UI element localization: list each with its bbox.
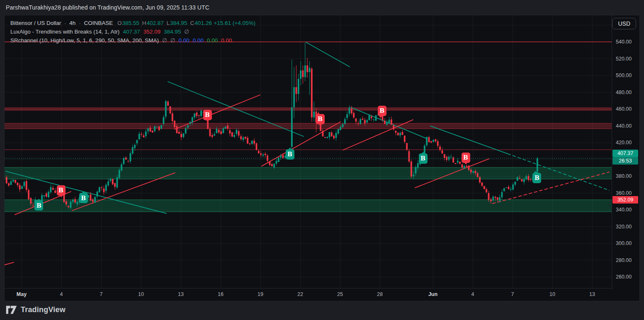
trendline-break-label-up: B [419,153,428,164]
indicator-value: 407.37 [123,29,140,35]
time-tick: 19 [258,291,263,297]
ohlc-value: 402.87 [147,20,164,26]
symbol-title: Bittensor / US Dollar [10,20,61,26]
indicator-srchannel-row[interactable]: SRchannel (10, High/Low, 5, 1, 6, 290, 5… [10,36,255,45]
time-tick: 4 [471,291,474,297]
indicator-value: 0.00 [178,37,189,44]
candlestick-chart [5,15,613,289]
interval-label[interactable]: 4h [69,20,75,26]
trendline-break-label-up: B [34,200,43,211]
time-tick: 25 [337,291,343,297]
price-axis[interactable]: 540.00520.00500.00480.00460.00440.00420.… [612,15,639,289]
price-tick: 360.00 [616,190,632,196]
time-tick: Jun [428,291,437,297]
ohlc-values: O385.55H402.87L384.95C401.26 [114,20,212,26]
change-value: +15.61 (+4.05%) [214,20,255,26]
price-label-trendline-upper: 407.37 [612,150,638,157]
footer-bar: TradingView [0,301,644,320]
indicator-value: 0.00 [221,37,232,44]
time-tick: 7 [511,291,514,297]
tradingview-brand[interactable]: TradingView [6,305,66,315]
ohlc-value: 401.26 [194,20,211,26]
exchange-label: COINBASE [84,20,113,26]
attribution-text: ParshwaTurakhiya28 published on TradingV… [6,4,209,11]
price-label-trendline-lower: 352.09 [612,196,638,204]
time-tick: 10 [138,291,144,297]
ohlc-value: 384.95 [170,20,187,26]
trendline-break-label-up: B [532,173,541,183]
price-tick: 380.00 [616,173,632,179]
price-tick: 520.00 [616,56,632,62]
time-tick: 10 [549,291,555,297]
price-tick: 340.00 [616,207,632,213]
price-tick: 460.00 [616,106,632,112]
indicator-luxalgo-row[interactable]: LuxAlgo - Trendlines with Breaks (14, 1,… [10,27,255,36]
indicator-value: 384.95 [164,29,181,35]
price-tick: 320.00 [616,224,632,230]
chart-legend: Bittensor / US Dollar · 4h · COINBASE O3… [10,19,255,45]
indicator-value: 0.00 [207,37,218,44]
time-tick: 22 [297,291,303,297]
symbol-row[interactable]: Bittensor / US Dollar · 4h · COINBASE O3… [10,19,255,27]
price-tick: 440.00 [616,123,632,129]
indicator-value: 0.00 [193,37,204,44]
trendline-break-label-down: B [378,106,386,116]
trendline-break-label-up: B [79,193,88,203]
indicator-value: ∅ [184,29,189,35]
trendline-break-label-down: B [462,153,470,163]
time-tick: May [17,291,27,297]
currency-toggle-button[interactable]: USD [612,18,636,29]
ohlc-key: O [117,20,122,26]
ohlc-value: 385.55 [122,20,139,26]
ohlc-key: L [167,20,170,26]
ohlc-key: C [190,20,194,26]
price-label-countdown: 26:53 [612,157,638,165]
time-tick: 7 [100,291,103,297]
indicator-name: SRchannel (10, High/Low, 5, 1, 6, 290, 5… [10,37,159,44]
time-tick: 4 [60,291,63,297]
chart-plot-area[interactable]: BBBBBBBBBB [5,15,613,289]
price-tick: 500.00 [616,73,632,78]
time-tick: 28 [377,291,383,297]
trendline-break-label-up: B [286,149,294,160]
time-tick: 16 [218,291,224,297]
price-tick: 480.00 [616,90,632,95]
time-tick: 13 [589,291,595,297]
chart-panel: BBBBBBBBBB Bittensor / US Dollar · 4h · … [4,15,640,301]
indicator-value: 352.09 [143,29,160,35]
trendline-break-label-down: B [57,185,66,196]
price-tick: 280.00 [616,257,632,263]
price-tick: 260.00 [616,274,632,280]
indicator-value: ∅ [162,37,167,44]
tradingview-logo-icon [6,305,17,315]
indicator-name: LuxAlgo - Trendlines with Breaks (14, 1,… [10,29,119,35]
trendline-break-label-down: B [316,114,325,124]
price-tick: 300.00 [616,240,632,246]
attribution-bar: ParshwaTurakhiya28 published on TradingV… [0,0,644,15]
ohlc-key: H [142,20,146,26]
price-tick: 540.00 [616,39,632,45]
price-tick: 420.00 [616,140,632,145]
time-axis[interactable]: May4710131619222528Jun471013 [5,288,613,301]
trendline-break-label-down: B [203,110,212,120]
time-tick: 13 [178,291,184,297]
tradingview-brand-text: TradingView [21,305,66,314]
indicator-value: ∅ [170,37,175,44]
